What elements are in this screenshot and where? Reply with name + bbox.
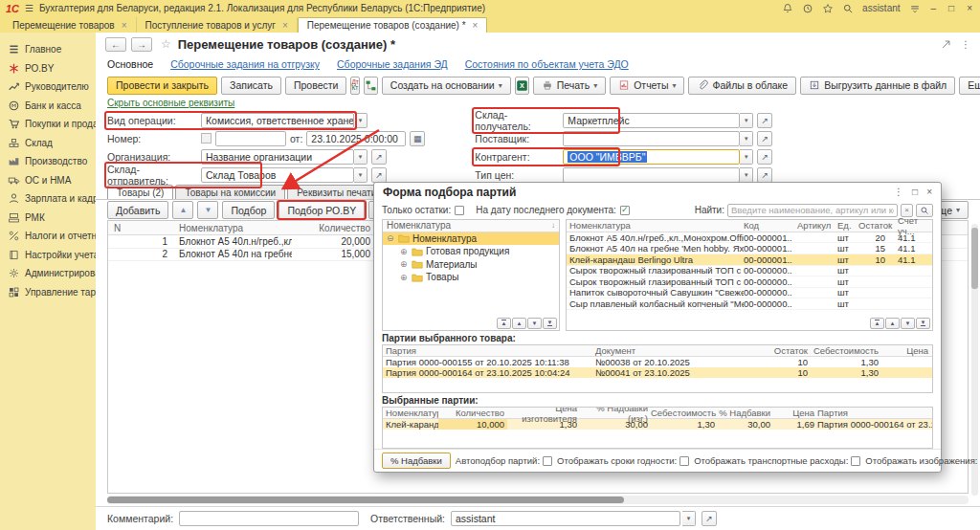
service-menu-icon[interactable] [909,3,921,14]
scroll-bottom-button[interactable]: ▼ [916,318,930,329]
forward-button[interactable]: → [131,37,152,52]
scrollbar-thumb[interactable] [971,228,978,289]
dropdown-icon[interactable]: ▾ [740,167,753,183]
column-batch[interactable]: Партия [383,345,595,356]
open-link-icon[interactable]: ↗ [371,167,387,183]
calendar-icon[interactable]: ▦ [410,131,425,146]
scroll-top-button[interactable]: ▲ [870,318,884,329]
sidebar-item-poby[interactable]: РО.BY [0,59,96,78]
batch-row[interactable]: Партия 0000-000155 от 20.10.2025 10:11:3… [383,357,932,367]
column-nomenclature[interactable]: Номенклатура [567,220,744,231]
sidebar-item-tarif[interactable]: Управление тарифом [0,283,96,302]
tree-node-root[interactable]: ⊖Номенклатура [383,232,559,246]
tab-close-icon[interactable]: × [282,20,288,31]
column-document[interactable]: Документ [595,345,766,356]
post-button[interactable]: Провести [285,77,346,95]
sidebar-item-sklad[interactable]: Склад [0,134,96,153]
favorites-star-icon[interactable] [822,3,834,14]
dropdown-icon[interactable]: ▾ [354,149,368,165]
search-icon[interactable] [842,3,854,14]
open-link-icon[interactable]: ↗ [757,131,772,146]
column-quantity[interactable]: Количество [438,408,507,418]
expiry-checkbox[interactable] [679,456,689,466]
notifications-bell-icon[interactable] [782,3,793,14]
column-n[interactable]: N [108,223,175,233]
tab-close-icon[interactable]: × [473,20,479,31]
column-markup[interactable]: % Надбавки [718,408,773,418]
selected-batch-row[interactable]: Клей-карандаш .. 10,000 1,30 30,00 1,30 … [383,419,932,430]
tab-tovary-komissiya[interactable]: Товары на комиссии [175,185,285,199]
markup-button[interactable]: % Надбавки [382,453,451,469]
open-link-icon[interactable]: ↗ [757,149,772,165]
move-down-button[interactable]: ▼ [197,201,218,219]
supplier-field[interactable] [563,131,740,146]
dialog-close-icon[interactable]: × [926,187,932,197]
open-link-icon[interactable]: ↗ [757,167,772,183]
transport-checkbox[interactable] [851,456,860,466]
hide-requisites-link[interactable]: Скрыть основные реквизиты [107,98,234,108]
nav-link-sostoyaniya-edo[interactable]: Состояния по объектам учета ЭДО [465,58,629,70]
close-button[interactable]: × [965,3,974,13]
dialog-maximize-icon[interactable]: □ [912,187,918,197]
sidebar-item-zarplata-kadry[interactable]: Зарплата и кадры [0,189,96,209]
dropdown-icon[interactable]: ▾ [682,511,696,526]
list-item[interactable]: Сыр плавленый колбасный копченый "Менчан… [567,298,932,310]
pick-poby-button[interactable]: Подбор РО.BY [278,201,365,219]
scroll-down-button[interactable]: ▼ [901,318,915,329]
column-batch[interactable]: Партия [817,408,932,418]
show-postings-button[interactable]: ДтКт [350,77,359,95]
column-article[interactable]: Артикул [797,220,837,231]
batch-row-selected[interactable]: Партия 0000-000164 от 23.10.2025 10:04:2… [383,367,932,378]
sidebar-item-nalogi[interactable]: Налоги и отчетность [0,227,96,246]
operation-type-field[interactable]: Комиссия, ответственное хранение [201,113,354,128]
print-button[interactable]: Печать▾ [533,77,606,95]
scrollbar-thumb[interactable] [107,497,624,503]
column-price[interactable]: Цена [882,345,932,356]
tree-header[interactable]: Номенклатура↓ [383,220,559,232]
list-item[interactable]: Напиток сывороточный Савушкин "Свежесть"… [567,288,932,299]
warehouse-to-field[interactable]: Маркетплейс [563,113,740,128]
scroll-bottom-button[interactable]: ▼ [543,318,557,329]
tree-node-materialy[interactable]: ⊕Материалы [383,258,559,272]
window-tab-movement-new[interactable]: Перемещение товаров (создание) *× [298,17,488,33]
tab-close-icon[interactable]: × [122,20,127,31]
warehouse-from-field[interactable]: Склад Товаров [201,167,354,183]
favorite-star-icon[interactable]: ☆ [161,37,171,51]
column-nomenclature[interactable]: Номенклатура [175,223,292,233]
sidebar-item-bank-kassa[interactable]: Банк и касса [0,97,96,116]
sidebar-item-nastroyki[interactable]: Настройки учета [0,246,96,265]
price-type-field[interactable] [563,167,740,183]
save-button[interactable]: Записать [221,77,281,95]
sidebar-item-rmk[interactable]: РМК [0,209,96,228]
horizontal-scrollbar[interactable] [107,496,969,504]
move-up-button[interactable]: ▲ [172,201,193,219]
sidebar-item-administrirovanie[interactable]: Администрирование [0,264,96,283]
reports-button[interactable]: Отчеты▾ [610,77,684,95]
pick-button[interactable]: Подбор [222,201,275,219]
tab-tovary[interactable]: Товары (2) [107,185,173,199]
date-field[interactable]: 23.10.2025 0:00:00 [306,131,406,146]
more-actions-icon[interactable]: ⋮ [961,38,971,50]
sidebar-item-proizvodstvo[interactable]: Производство [0,152,96,171]
on-date-checkbox[interactable]: ✓ [620,206,630,215]
column-code[interactable]: Код [744,220,797,231]
column-rest[interactable]: Остаток [766,345,812,356]
column-unit[interactable]: Ед. [837,220,858,231]
more-button[interactable]: Еще▾ [959,77,980,95]
comment-field[interactable] [179,511,359,526]
back-button[interactable]: ← [105,37,126,52]
counterparty-field[interactable]: ООО "ИМВВРБ" [563,149,740,165]
column-nomenclature[interactable]: Номенклатура [383,408,438,418]
list-item[interactable]: Блокнот А5 40л на гребне 'Men hobby. Яхт… [567,243,932,254]
scroll-up-button[interactable]: ▲ [512,318,526,329]
nav-link-sborochnye-ed[interactable]: Сборочные задания ЭД [337,58,448,70]
tree-node-tovary[interactable]: ⊕Товары [383,271,559,284]
dropdown-icon[interactable]: ▾ [740,149,753,165]
sidebar-item-rukovoditelyu[interactable]: Руководителю [0,77,96,97]
open-link-icon[interactable]: ↗ [757,113,772,128]
responsible-field[interactable]: assistant [451,511,680,526]
dropdown-icon[interactable]: ▾ [354,167,368,183]
check-structure-button[interactable] [364,77,378,95]
organization-field[interactable]: Название организации [201,149,354,165]
number-field[interactable] [215,131,286,146]
